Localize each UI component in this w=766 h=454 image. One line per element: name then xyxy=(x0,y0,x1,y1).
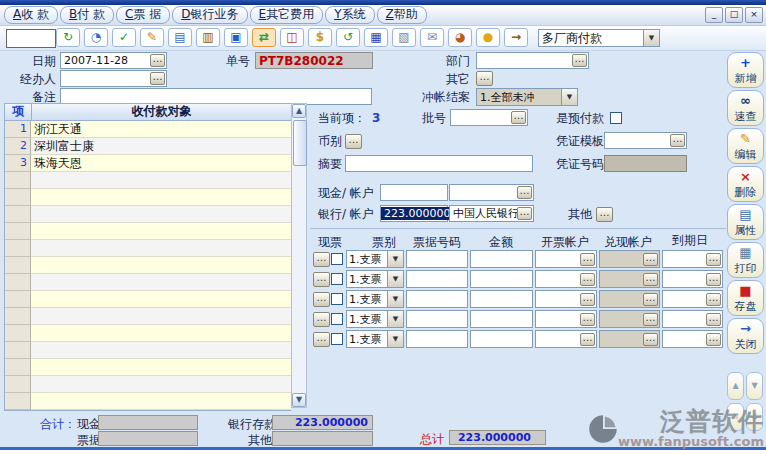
cash-ticket-checkbox[interactable] xyxy=(331,253,343,265)
minimize-button[interactable]: _ xyxy=(705,7,723,23)
issue-account-lookup-icon[interactable] xyxy=(580,333,595,346)
edit-button[interactable]: ✎编辑 xyxy=(727,128,764,164)
ticket-no-input[interactable] xyxy=(406,290,468,308)
cash-account-input[interactable] xyxy=(599,330,660,348)
menu-help[interactable]: Z帮助 xyxy=(377,6,427,24)
print-button[interactable]: ▦打印 xyxy=(727,242,764,278)
due-date-picker-icon[interactable] xyxy=(706,293,721,306)
menu-system[interactable]: Y系统 xyxy=(325,6,374,24)
due-date-input[interactable] xyxy=(662,270,723,288)
sync-icon[interactable]: ↺ xyxy=(336,28,360,47)
ticket-no-input[interactable] xyxy=(406,330,468,348)
ticket-type-select[interactable]: 1.支票 xyxy=(346,250,404,268)
summary-input[interactable] xyxy=(345,155,533,172)
batch-input[interactable] xyxy=(450,109,528,126)
clipboard-icon[interactable]: ▧ xyxy=(392,28,416,47)
scroll-thumb[interactable] xyxy=(293,120,307,166)
close-button[interactable]: × xyxy=(745,7,763,23)
ticket-no-input[interactable] xyxy=(406,270,468,288)
amount-input[interactable] xyxy=(470,250,533,268)
chevron-down-icon[interactable] xyxy=(387,291,403,307)
row-open-icon[interactable] xyxy=(313,332,330,347)
chevron-down-icon[interactable] xyxy=(387,251,403,267)
properties-button[interactable]: ▤属性 xyxy=(727,204,764,240)
ticket-type-select[interactable]: 1.支票 xyxy=(346,290,404,308)
pie-chart-icon[interactable]: ◕ xyxy=(448,28,472,47)
ticket-type-select[interactable]: 1.支票 xyxy=(346,330,404,348)
issue-account-lookup-icon[interactable] xyxy=(580,253,595,266)
move-up-button[interactable]: ▲ xyxy=(727,372,744,400)
table-row[interactable] xyxy=(5,342,291,359)
cash-account-lookup-icon[interactable] xyxy=(517,186,532,199)
card-icon[interactable]: ▤ xyxy=(168,28,192,47)
issue-account-input[interactable] xyxy=(535,330,597,348)
menu-receipts[interactable]: A收 款 xyxy=(4,6,58,24)
due-date-picker-icon[interactable] xyxy=(706,313,721,326)
table-row[interactable] xyxy=(5,274,291,291)
operator-lookup-icon[interactable] xyxy=(150,72,165,85)
writeoff-select[interactable]: 1.全部未冲 xyxy=(476,88,578,106)
table-row[interactable]: 3珠海天恩 xyxy=(5,155,291,172)
contacts-globe-icon[interactable]: ◔ xyxy=(84,28,108,47)
due-date-input[interactable] xyxy=(662,250,723,268)
cash-ticket-checkbox[interactable] xyxy=(331,273,343,285)
ticket-no-input[interactable] xyxy=(406,250,468,268)
issue-account-input[interactable] xyxy=(535,290,597,308)
table-row[interactable] xyxy=(5,206,291,223)
ticket-no-input[interactable] xyxy=(406,310,468,328)
dept-input[interactable] xyxy=(476,52,589,69)
currency-lookup-icon[interactable] xyxy=(345,134,362,149)
bell-icon[interactable]: ● xyxy=(476,28,500,47)
due-date-input[interactable] xyxy=(662,330,723,348)
due-date-picker-icon[interactable] xyxy=(706,253,721,266)
table-row[interactable] xyxy=(5,376,291,393)
cash-ticket-checkbox[interactable] xyxy=(331,313,343,325)
chevron-down-icon[interactable] xyxy=(387,271,403,287)
issue-account-lookup-icon[interactable] xyxy=(580,273,595,286)
table-row[interactable]: 2深圳富士康 xyxy=(5,138,291,155)
due-date-picker-icon[interactable] xyxy=(706,273,721,286)
workflow-icon[interactable]: ⇄ xyxy=(252,28,276,47)
issue-account-lookup-icon[interactable] xyxy=(580,313,595,326)
row-open-icon[interactable] xyxy=(313,312,330,327)
menu-other-expenses[interactable]: E其它费用 xyxy=(250,6,324,24)
row-open-icon[interactable] xyxy=(313,272,330,287)
mode-select[interactable]: 多厂商付款 xyxy=(538,29,660,47)
partners-scrollbar[interactable]: ▲ ▼ xyxy=(291,103,307,408)
table-row[interactable] xyxy=(5,189,291,206)
issue-account-input[interactable] xyxy=(535,270,597,288)
move-down-button[interactable]: ▼ xyxy=(746,372,763,400)
issue-account-input[interactable] xyxy=(535,310,597,328)
mail-icon[interactable]: ✉ xyxy=(420,28,444,47)
currency-icon[interactable]: $ xyxy=(308,28,332,47)
bank-account-lookup-icon[interactable] xyxy=(517,207,532,220)
table-row[interactable] xyxy=(5,393,291,410)
calculator-icon[interactable]: ▦ xyxy=(364,28,388,47)
operator-input[interactable] xyxy=(60,70,167,87)
cash-account-lookup-icon[interactable] xyxy=(643,313,658,326)
voucher-template-input[interactable] xyxy=(604,132,687,149)
row-open-icon[interactable] xyxy=(313,292,330,307)
batch-lookup-icon[interactable] xyxy=(511,111,526,124)
refresh-icon[interactable]: ↻ xyxy=(56,28,80,47)
other-account-lookup-icon[interactable] xyxy=(596,207,613,222)
cash-account-lookup-icon[interactable] xyxy=(643,293,658,306)
delete-button[interactable]: ×删除 xyxy=(727,166,764,202)
cash-account-input[interactable] xyxy=(449,184,534,201)
table-row[interactable] xyxy=(5,291,291,308)
table-row[interactable]: 1浙江天通 xyxy=(5,121,291,138)
menu-notes[interactable]: C票 据 xyxy=(116,6,170,24)
report-copy-icon[interactable]: ◫ xyxy=(280,28,304,47)
table-row[interactable] xyxy=(5,308,291,325)
bank-amount-input[interactable]: 223.000000 xyxy=(380,205,448,222)
table-row[interactable] xyxy=(5,359,291,376)
date-picker-icon[interactable] xyxy=(150,54,165,67)
cash-account-lookup-icon[interactable] xyxy=(643,333,658,346)
save-button[interactable]: ■存盘 xyxy=(727,280,764,316)
monitor-icon[interactable]: ▣ xyxy=(224,28,248,47)
table-row[interactable] xyxy=(5,257,291,274)
chevron-down-icon[interactable] xyxy=(643,30,659,46)
cash-ticket-checkbox[interactable] xyxy=(331,293,343,305)
quick-code-input[interactable] xyxy=(6,29,56,48)
row-open-icon[interactable] xyxy=(313,252,330,267)
